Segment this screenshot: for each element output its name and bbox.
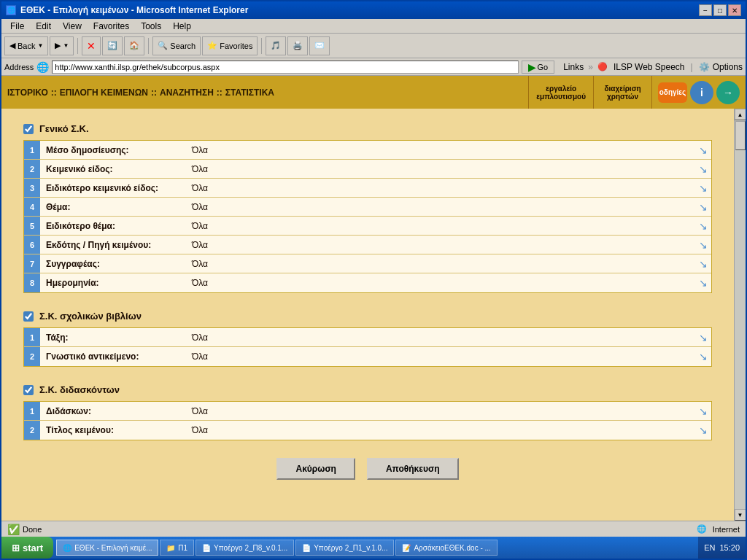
- search-button[interactable]: 🔍 Search: [152, 36, 201, 55]
- menu-favorites[interactable]: Favorites: [88, 20, 135, 33]
- taskbar: ⊞ start 🌐 ΕΘΕΚ - Επιλογή κειμέ... 📁 Π1 📄…: [1, 537, 746, 559]
- row-value: Όλα: [186, 331, 695, 344]
- nav-anazitisi[interactable]: ΑΝΑΖΗΤΗΣΗ: [160, 88, 214, 98]
- start-button[interactable]: ⊞ start: [1, 537, 53, 559]
- stop-icon: ✕: [87, 40, 96, 52]
- dropdown-arrow-icon[interactable]: ↘: [695, 179, 711, 197]
- save-button[interactable]: Αποθήκευση: [367, 458, 459, 480]
- print-icon: 🖨️: [293, 41, 303, 50]
- scroll-down-button[interactable]: ▼: [735, 509, 746, 521]
- toolbar-divider-3: [261, 38, 262, 54]
- windows-icon: ⊞: [12, 542, 20, 553]
- row-num: 1: [24, 328, 40, 346]
- table-row: 1 Μέσο δημοσίευσης: Όλα ↘: [24, 141, 711, 160]
- nav-diaxeirisi[interactable]: διαχείριση χρηστών: [594, 76, 652, 109]
- forward-dropdown-icon[interactable]: ▼: [63, 42, 69, 49]
- table-row: 8 Ημερομηνία: Όλα ↘: [24, 273, 711, 292]
- dropdown-arrow-icon[interactable]: ↘: [695, 347, 711, 366]
- mail-button[interactable]: ✉️: [309, 36, 330, 55]
- didaskontes-title: Σ.Κ. διδασκόντων: [39, 384, 120, 395]
- dropdown-arrow-icon[interactable]: ↘: [695, 273, 711, 292]
- row-label: Συγγραφέας:: [40, 257, 186, 271]
- dropdown-arrow-icon[interactable]: ↘: [695, 141, 711, 159]
- titlebar: 🌐 ΕΘΕΚ - Επιλογή κειμένων - Microsoft In…: [1, 1, 746, 19]
- row-label: Ειδικότερο κειμενικό είδος:: [40, 182, 186, 195]
- taskbar-item-4[interactable]: 📝 ΑρσάκειοΕΘΕΚ.doc - ...: [395, 540, 497, 556]
- nav-epilogi[interactable]: ΕΠΙΛΟΓΗ ΚΕΙΜΕΝΩΝ: [60, 88, 148, 98]
- links-divider: |: [691, 62, 693, 72]
- refresh-button[interactable]: 🔄: [102, 36, 123, 55]
- row-value: Όλα: [186, 350, 695, 363]
- row-label: Μέσο δημοσίευσης:: [40, 144, 186, 157]
- dropdown-arrow-icon[interactable]: ↘: [695, 254, 711, 273]
- row-num: 1: [24, 402, 40, 420]
- geniko-table: 1 Μέσο δημοσίευσης: Όλα ↘ 2 Κειμενικό εί…: [23, 140, 712, 293]
- taskbar-lang: EN: [704, 543, 715, 552]
- menu-help[interactable]: Help: [167, 20, 197, 33]
- nav-istoriko[interactable]: ΙΣΤΟΡΙΚΟ: [7, 88, 48, 98]
- back-dropdown-icon[interactable]: ▼: [37, 42, 43, 49]
- close-button[interactable]: ✕: [728, 4, 741, 16]
- row-label: Θέμα:: [40, 201, 186, 214]
- ilsp-link[interactable]: 🔴: [597, 62, 608, 71]
- taskbar-item-2[interactable]: 📄 Υποέργο 2_Π8_v.0.1...: [196, 540, 294, 556]
- menu-tools[interactable]: Tools: [135, 20, 167, 33]
- scroll-up-button[interactable]: ▲: [735, 109, 746, 120]
- scroll-track[interactable]: [735, 120, 746, 509]
- dropdown-arrow-icon[interactable]: ↘: [695, 160, 711, 178]
- row-value: Όλα: [186, 163, 695, 176]
- status-text: Done: [23, 525, 42, 534]
- didaskontes-checkbox[interactable]: [23, 385, 34, 395]
- row-num: 2: [24, 160, 40, 178]
- home-button[interactable]: 🏠: [124, 36, 144, 55]
- taskbar-right: EN 15:20: [698, 537, 746, 559]
- nav-ergaleio[interactable]: εργαλείο εμπλουτισμού: [529, 76, 594, 109]
- forward-button[interactable]: ▶ ▼: [50, 36, 74, 55]
- dropdown-arrow-icon[interactable]: ↘: [695, 198, 711, 216]
- stop-button[interactable]: ✕: [82, 36, 101, 55]
- favorites-button[interactable]: ⭐ Favorites: [202, 36, 258, 55]
- menu-view[interactable]: View: [57, 20, 88, 33]
- nav-sep-1: ::: [51, 88, 57, 98]
- go-button[interactable]: ▶ Go: [522, 61, 555, 74]
- exit-button[interactable]: →: [716, 81, 740, 104]
- dropdown-arrow-icon[interactable]: ↘: [695, 217, 711, 235]
- menu-edit[interactable]: Edit: [30, 20, 57, 33]
- address-label: Address: [4, 63, 34, 71]
- addressbar: Address 🌐 ▶ Go Links » 🔴 ILSP Web Speech…: [1, 58, 746, 76]
- cancel-button[interactable]: Ακύρωση: [276, 458, 355, 480]
- row-value: Όλα: [186, 238, 695, 252]
- table-row: 1 Τάξη: Όλα ↘: [24, 328, 711, 347]
- taskbar-item-1[interactable]: 📁 Π1: [160, 540, 194, 556]
- forward-icon: ▶: [55, 41, 61, 50]
- dropdown-arrow-icon[interactable]: ↘: [695, 236, 711, 254]
- back-button[interactable]: ◀ Back ▼: [4, 36, 48, 55]
- row-num: 1: [24, 141, 40, 159]
- dropdown-arrow-icon[interactable]: ↘: [695, 402, 711, 420]
- print-button[interactable]: 🖨️: [287, 36, 308, 55]
- minimize-button[interactable]: −: [699, 4, 712, 16]
- app-icon: 🌐: [6, 5, 16, 15]
- odigos-button[interactable]: οδηγίες: [658, 82, 687, 103]
- scholika-title: Σ.Κ. σχολικών βιβλίων: [39, 311, 142, 322]
- menu-file[interactable]: File: [4, 20, 30, 33]
- row-num: 5: [24, 217, 40, 235]
- scholika-checkbox[interactable]: [23, 311, 34, 322]
- go-arrow-icon: ▶: [528, 61, 536, 73]
- geniko-checkbox[interactable]: [23, 124, 34, 134]
- table-row: 5 Ειδικότερο θέμα: Όλα ↘: [24, 217, 711, 236]
- maximize-button[interactable]: □: [713, 4, 727, 16]
- scroll-thumb[interactable]: [735, 121, 746, 150]
- taskbar-item-3[interactable]: 📄 Υποέργο 2_Π1_v.1.0...: [295, 540, 394, 556]
- address-input[interactable]: [52, 61, 518, 74]
- media-button[interactable]: 🎵: [266, 36, 286, 55]
- ilsp-label: ILSP Web Speech: [614, 62, 685, 72]
- info-button[interactable]: i: [690, 81, 713, 104]
- row-label: Τάξη:: [40, 331, 186, 344]
- taskbar-item-0[interactable]: 🌐 ΕΘΕΚ - Επιλογή κειμέ...: [56, 540, 158, 556]
- section-geniko: Γενικό Σ.Κ. 1 Μέσο δημοσίευσης: Όλα ↘ 2 …: [23, 123, 712, 293]
- dropdown-arrow-icon[interactable]: ↘: [695, 421, 711, 440]
- dropdown-arrow-icon[interactable]: ↘: [695, 328, 711, 346]
- nav-statistika[interactable]: ΣΤΑΤΙΣΤΙΚΑ: [225, 88, 274, 98]
- scrollbar[interactable]: ▲ ▼: [734, 109, 746, 521]
